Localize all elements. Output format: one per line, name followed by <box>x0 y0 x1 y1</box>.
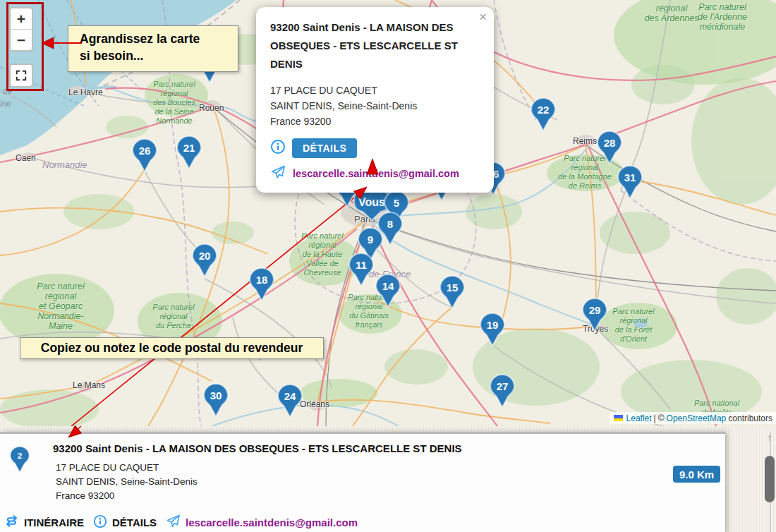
svg-text:Vous: Vous <box>358 196 385 208</box>
close-icon[interactable]: × <box>479 10 487 24</box>
note-line1: Agrandissez la carte <box>80 30 238 47</box>
svg-text:18: 18 <box>256 274 268 286</box>
popup-address-line2: SAINT DENIS, Seine-Saint-Denis <box>270 98 480 114</box>
itineraire-button[interactable]: ITINÉRAIRE <box>24 516 84 528</box>
svg-text:5: 5 <box>394 197 399 209</box>
svg-text:15: 15 <box>447 282 459 294</box>
map-marker-15[interactable]: 15 <box>439 274 466 313</box>
details-button-bottom[interactable]: DÉTAILS <box>112 516 157 528</box>
map-marker-18[interactable]: 18 <box>248 267 275 305</box>
copyright-symbol: © <box>658 413 665 423</box>
svg-text:8: 8 <box>387 218 393 230</box>
map-marker-19[interactable]: 19 <box>479 312 506 350</box>
scroll-up-arrow[interactable]: ↑ <box>764 432 775 443</box>
paper-plane-icon <box>270 164 286 183</box>
result-panel: 2 93200 Saint Denis - LA MAISON DES OBSE… <box>0 432 725 532</box>
scrollbar-thumb[interactable] <box>765 456 775 502</box>
result-address-line1: 17 PLACE DU CAQUET <box>56 461 198 475</box>
svg-text:11: 11 <box>356 259 367 271</box>
svg-text:27: 27 <box>497 380 509 392</box>
contributors-text: contributors <box>728 413 772 423</box>
info-icon <box>93 514 107 531</box>
result-title: 93200 Saint Denis - LA MAISON DES OBSEQU… <box>53 442 462 454</box>
attribution-separator: | <box>654 413 656 423</box>
popup-email-link[interactable]: lescarcelle.saintdenis@gmail.com <box>293 168 459 179</box>
svg-text:31: 31 <box>624 171 636 183</box>
result-email-link[interactable]: lescarcelle.saintdenis@gmail.com <box>186 516 358 528</box>
svg-text:22: 22 <box>538 104 550 116</box>
map-marker-21[interactable]: 21 <box>176 135 202 173</box>
map-marker-30[interactable]: 30 <box>202 382 229 421</box>
svg-text:19: 19 <box>487 319 499 331</box>
map-marker-22[interactable]: 22 <box>530 97 557 135</box>
svg-text:20: 20 <box>199 250 211 262</box>
svg-text:30: 30 <box>210 389 222 401</box>
result-address: 17 PLACE DU CAQUET SAINT DENIS, Seine-Sa… <box>56 461 198 503</box>
svg-text:24: 24 <box>284 390 296 402</box>
distance-badge: 9.0 Km <box>673 466 720 483</box>
svg-text:14: 14 <box>382 280 394 292</box>
popup-address-line3: France 93200 <box>270 114 480 129</box>
note-line2: si besoin... <box>80 47 238 64</box>
map-marker-26[interactable]: 26 <box>131 138 158 176</box>
annotation-red-rectangle <box>6 2 44 91</box>
details-button[interactable]: DÉTAILS <box>292 138 357 158</box>
map-marker-29[interactable]: 29 <box>581 297 608 335</box>
popup-address-line1: 17 PLACE DU CAQUET <box>270 83 480 98</box>
map-marker-20[interactable]: 20 <box>191 243 218 281</box>
popup-address: 17 PLACE DU CAQUET SAINT DENIS, Seine-Sa… <box>270 83 480 129</box>
svg-text:9: 9 <box>368 234 373 246</box>
svg-text:29: 29 <box>589 304 601 316</box>
map-marker-24[interactable]: 24 <box>277 383 303 421</box>
svg-text:21: 21 <box>183 142 195 154</box>
ukraine-flag-icon <box>614 415 623 421</box>
result-address-line2: SAINT DENIS, Seine-Saint-Denis <box>56 475 198 489</box>
svg-text:2: 2 <box>18 451 23 461</box>
svg-text:26: 26 <box>139 145 151 157</box>
paper-plane-icon <box>166 514 181 531</box>
info-icon <box>270 139 286 157</box>
map-marker-31[interactable]: 31 <box>617 164 643 202</box>
popup-title: 93200 Saint Denis - LA MAISON DES OBSEQU… <box>270 18 480 73</box>
result-marker-icon: 2 <box>9 445 30 476</box>
map-marker-11[interactable]: 11 <box>348 252 375 290</box>
osm-link[interactable]: OpenStreetMap <box>667 413 727 423</box>
map-popup: × 93200 Saint Denis - LA MAISON DES OBSE… <box>256 7 494 193</box>
route-icon <box>4 514 19 531</box>
leaflet-link[interactable]: Leaflet <box>626 413 652 423</box>
map-marker-28[interactable]: 28 <box>596 130 623 168</box>
map-attribution: Leaflet | © OpenStreetMap contributors <box>610 412 776 424</box>
annotation-note-postal: Copiez ou notez le code postal du revend… <box>20 337 324 359</box>
annotation-note-zoom: Agrandissez la carte si besoin... <box>68 25 238 72</box>
svg-text:28: 28 <box>604 137 616 149</box>
map-marker-14[interactable]: 14 <box>375 273 401 311</box>
map-marker-27[interactable]: 27 <box>489 373 516 411</box>
result-address-line3: France 93200 <box>56 489 198 503</box>
